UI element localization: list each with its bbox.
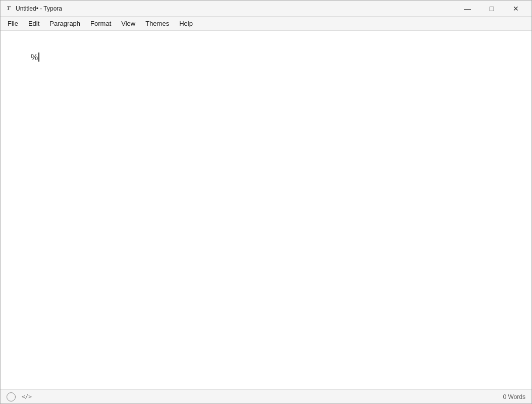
menu-edit[interactable]: Edit: [23, 18, 44, 29]
menu-file[interactable]: File: [3, 18, 23, 29]
menu-view[interactable]: View: [116, 18, 140, 29]
menu-bar: File Edit Paragraph Format View Themes H…: [1, 17, 531, 31]
minimize-button[interactable]: —: [456, 1, 479, 17]
menu-format[interactable]: Format: [85, 18, 116, 29]
editor-area[interactable]: %: [1, 31, 531, 389]
editor-text: %: [31, 53, 39, 62]
editor-text-content: %: [31, 53, 38, 62]
window-controls: — □ ✕: [456, 1, 527, 17]
title-bar: T Untitled• - Typora — □ ✕: [1, 1, 531, 17]
status-bar-left: </>: [7, 392, 32, 401]
close-button[interactable]: ✕: [504, 1, 527, 17]
title-bar-left: T Untitled• - Typora: [5, 5, 62, 13]
source-code-icon[interactable]: </>: [22, 393, 32, 400]
menu-paragraph[interactable]: Paragraph: [44, 18, 85, 29]
word-count: 0 Words: [503, 393, 525, 400]
text-cursor: [38, 53, 39, 62]
editor-content[interactable]: %: [1, 31, 531, 389]
menu-themes[interactable]: Themes: [140, 18, 174, 29]
status-bar: </> 0 Words: [1, 389, 531, 403]
app-window: T Untitled• - Typora — □ ✕ File Edit Par…: [0, 0, 532, 404]
status-circle-icon[interactable]: [7, 392, 16, 401]
menu-help[interactable]: Help: [174, 18, 198, 29]
maximize-button[interactable]: □: [480, 1, 503, 17]
window-title: Untitled• - Typora: [16, 5, 62, 12]
app-icon: T: [5, 5, 13, 13]
